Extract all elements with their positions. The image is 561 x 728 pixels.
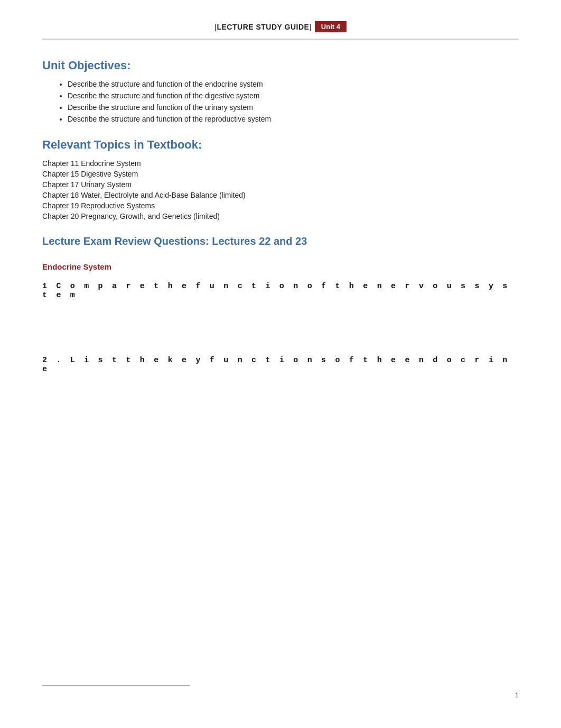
footer-line — [42, 685, 190, 686]
textbook-list: Chapter 11 Endocrine System Chapter 15 D… — [42, 159, 519, 220]
relevant-topics-section: Relevant Topics in Textbook: Chapter 11 … — [42, 138, 519, 220]
page: [LECTURE STUDY GUIDE] Unit 4 Unit Object… — [0, 0, 561, 728]
question-2-text: 2 . L i s t t h e k e y f u n c t i o n … — [42, 356, 519, 374]
endocrine-label: Endocrine System — [42, 262, 519, 271]
lecture-exam-heading: Lecture Exam Review Questions: Lectures … — [42, 235, 519, 247]
list-item: Describe the structure and function of t… — [68, 115, 519, 123]
list-item: Describe the structure and function of t… — [68, 91, 519, 100]
objectives-list: Describe the structure and function of t… — [42, 80, 519, 123]
lecture-exam-section: Lecture Exam Review Questions: Lectures … — [42, 235, 519, 247]
textbook-item: Chapter 11 Endocrine System — [42, 159, 519, 168]
textbook-item: Chapter 19 Reproductive Systems — [42, 201, 519, 210]
textbook-item: Chapter 20 Pregnancy, Growth, and Geneti… — [42, 212, 519, 220]
header-title: LECTURE STUDY GUIDE — [217, 23, 309, 31]
textbook-item: Chapter 18 Water, Electrolyte and Acid-B… — [42, 191, 519, 199]
list-item: Describe the structure and function of t… — [68, 80, 519, 88]
unit-objectives-heading: Unit Objectives: — [42, 59, 519, 72]
question-1-text: 1 C o m p a r e t h e f u n c t i o n o … — [42, 282, 519, 300]
list-item: Describe the structure and function of t… — [68, 103, 519, 112]
relevant-topics-heading: Relevant Topics in Textbook: — [42, 138, 519, 152]
header: [LECTURE STUDY GUIDE] Unit 4 — [42, 21, 519, 40]
textbook-item: Chapter 15 Digestive System — [42, 170, 519, 178]
page-number: 1 — [515, 691, 519, 699]
textbook-item: Chapter 17 Urinary System — [42, 180, 519, 189]
question-1-area: 1 C o m p a r e t h e f u n c t i o n o … — [42, 282, 519, 345]
unit-objectives-section: Unit Objectives: Describe the structure … — [42, 59, 519, 123]
question-2-area: 2 . L i s t t h e k e y f u n c t i o n … — [42, 356, 519, 430]
header-unit-badge: Unit 4 — [315, 21, 347, 32]
endocrine-section: Endocrine System 1 C o m p a r e t h e f… — [42, 262, 519, 430]
header-label: [LECTURE STUDY GUIDE] — [214, 23, 312, 31]
